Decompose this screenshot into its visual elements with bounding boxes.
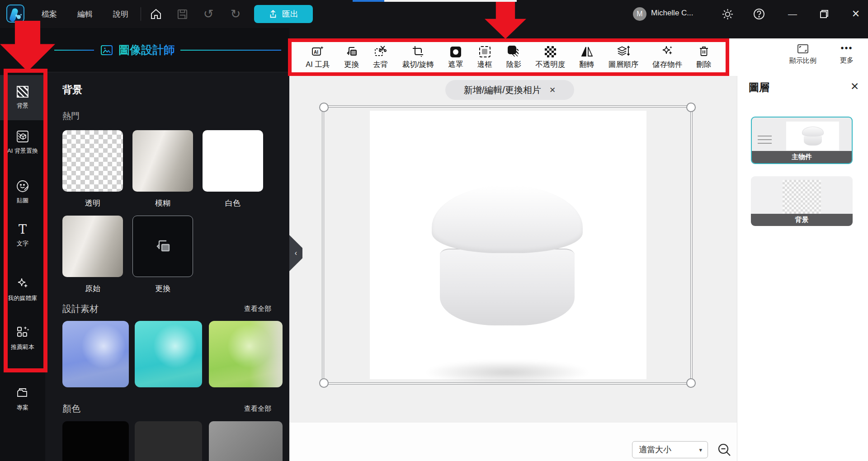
tool-delete[interactable]: 刪除 [697, 45, 712, 70]
tool-label: 儲存物件 [652, 60, 682, 70]
username[interactable]: Michelle C... [651, 9, 693, 18]
pill-close-icon[interactable]: ✕ [549, 85, 556, 95]
redo-icon[interactable]: ↻ [229, 7, 242, 21]
bg-option-replace[interactable] [132, 216, 193, 277]
home-icon[interactable] [149, 7, 163, 21]
window-close-button[interactable]: ✕ [849, 7, 863, 21]
menu-help[interactable]: 說明 [113, 9, 128, 20]
tool-shadow[interactable]: 陰影 [506, 45, 521, 70]
materials-section-label: 設計素材 [62, 303, 99, 315]
export-label: 匯出 [282, 9, 298, 19]
export-button[interactable]: 匯出 [254, 5, 313, 23]
layers-title: 圖層 [749, 80, 769, 94]
colors-see-all-link[interactable]: 查看全部 [244, 405, 271, 413]
undo-glyph: ↺ [203, 7, 214, 21]
material-tile-teal[interactable] [135, 321, 202, 387]
color-swatch-gradient[interactable] [209, 421, 283, 461]
tool-ai-tools[interactable]: AI AI 工具 [306, 45, 330, 70]
bg-option-blur[interactable] [132, 130, 193, 192]
zoom-fit-select[interactable]: 適當大小 ▾ [632, 441, 708, 458]
crop-icon [412, 45, 424, 57]
top-progress-white [384, 0, 517, 2]
tool-mask[interactable]: 遮罩 [448, 45, 463, 70]
tool-label: 不透明度 [535, 60, 565, 70]
display-ratio-button[interactable]: 顯示比例 [789, 44, 816, 65]
canvas-area[interactable]: 新增/編輯/更換相片 ✕ ‹ [289, 76, 737, 423]
save-icon[interactable] [175, 7, 189, 21]
tool-flip[interactable]: 翻轉 [580, 45, 594, 70]
tool-remove-bg[interactable]: 去背 [373, 45, 388, 70]
bg-option-white[interactable] [203, 130, 263, 192]
menu-edit[interactable]: 編輯 [77, 9, 93, 20]
bg-option-transparent[interactable] [62, 130, 123, 192]
rail-label: 貼圖 [17, 197, 28, 205]
remove-bg-icon [374, 45, 387, 57]
avatar[interactable]: M [633, 7, 646, 21]
layer-item-background[interactable]: 背景 [751, 176, 853, 226]
material-tile-green[interactable] [209, 321, 283, 387]
undo-icon[interactable]: ↺ [202, 7, 215, 21]
rail-item-background[interactable]: 背景 [0, 75, 45, 120]
material-tile-blue[interactable] [62, 321, 129, 387]
panel-title: 圖像設計師 [118, 42, 175, 57]
more-label: 更多 [840, 56, 854, 65]
bg-option-original[interactable] [62, 216, 123, 277]
rail-item-text[interactable]: T 文字 [0, 223, 45, 248]
materials-see-all-link[interactable]: 查看全部 [244, 305, 271, 313]
window-minimize-button[interactable]: — [786, 7, 799, 21]
rail-item-my-media[interactable]: 我的媒體庫 [0, 277, 45, 302]
tool-replace[interactable]: 更換 [344, 45, 359, 70]
drag-handle-icon[interactable] [758, 133, 772, 146]
edit-photo-pill[interactable]: 新增/編輯/更換相片 ✕ [445, 80, 574, 100]
rail-item-projects[interactable]: 專案 [0, 386, 45, 412]
window-restore-button[interactable] [817, 7, 831, 21]
tool-layer-order[interactable]: 圖層順序 [609, 45, 638, 70]
rail-label: 背景 [17, 102, 28, 110]
selection-handle-sw[interactable] [319, 378, 329, 388]
rail-label: 專案 [17, 404, 28, 412]
thumb-label: 白色 [203, 198, 263, 208]
svg-text:AI: AI [314, 49, 318, 54]
rail-item-ai-bg-replace[interactable]: AI 背景置換 [0, 130, 45, 155]
replace-icon [153, 236, 173, 256]
more-button[interactable]: ••• 更多 [840, 43, 854, 65]
background-panel: 背景 熱門 透明 模糊 白色 原始 [45, 72, 289, 461]
canvas-top-right-strip: 顯示比例 ••• 更多 [729, 38, 868, 76]
tool-label: 刪除 [697, 60, 712, 70]
hot-section-label: 熱門 [62, 110, 80, 122]
color-swatch-black[interactable] [62, 421, 129, 461]
rail-label: 我的媒體庫 [8, 294, 38, 302]
mask-icon [450, 45, 461, 57]
rail-item-templates[interactable]: 推薦範本 [0, 325, 45, 351]
layer-thumbnail [783, 180, 821, 214]
ai-tools-icon: AI [311, 45, 324, 57]
thumb-label: 原始 [62, 283, 123, 294]
layers-close-icon[interactable]: ✕ [850, 80, 859, 93]
tool-save-object[interactable]: 儲存物件 [652, 45, 682, 70]
selection-handle-se[interactable] [686, 378, 696, 388]
top-progress-blue [353, 0, 384, 2]
app-logo[interactable] [6, 5, 24, 23]
rail-item-stickers[interactable]: 貼圖 [0, 180, 45, 205]
pill-label: 新增/編輯/更換相片 [464, 84, 541, 96]
left-rail: 背景 AI 背景置換 貼圖 T 文字 我的媒體庫 [0, 28, 45, 461]
zoom-out-button[interactable] [717, 442, 732, 460]
help-icon[interactable] [752, 7, 766, 21]
selection-handle-ne[interactable] [686, 103, 696, 112]
tool-label: 圖層順序 [609, 60, 638, 70]
titlebar: 檔案 編輯 說明 ↺ ↻ 匯出 M Michelle C... [0, 0, 868, 28]
rail-label: 文字 [17, 240, 28, 248]
tool-crop-rotate[interactable]: 裁切/旋轉 [402, 45, 434, 70]
selection-box[interactable] [324, 107, 691, 383]
tool-border[interactable]: 邊框 [477, 45, 492, 70]
avatar-initial: M [637, 10, 642, 18]
menu-file[interactable]: 檔案 [42, 9, 57, 20]
panel-collapse-tab[interactable]: ‹ [289, 235, 302, 271]
layer-item-main-object[interactable]: 主物件 [751, 117, 853, 164]
zoom-fit-value: 適當大小 [639, 444, 671, 455]
settings-gear-icon[interactable] [721, 7, 734, 21]
color-swatch-darkgray[interactable] [135, 421, 202, 461]
tool-opacity[interactable]: 不透明度 [535, 45, 565, 70]
selection-handle-nw[interactable] [319, 103, 329, 112]
replace-icon [345, 45, 358, 57]
